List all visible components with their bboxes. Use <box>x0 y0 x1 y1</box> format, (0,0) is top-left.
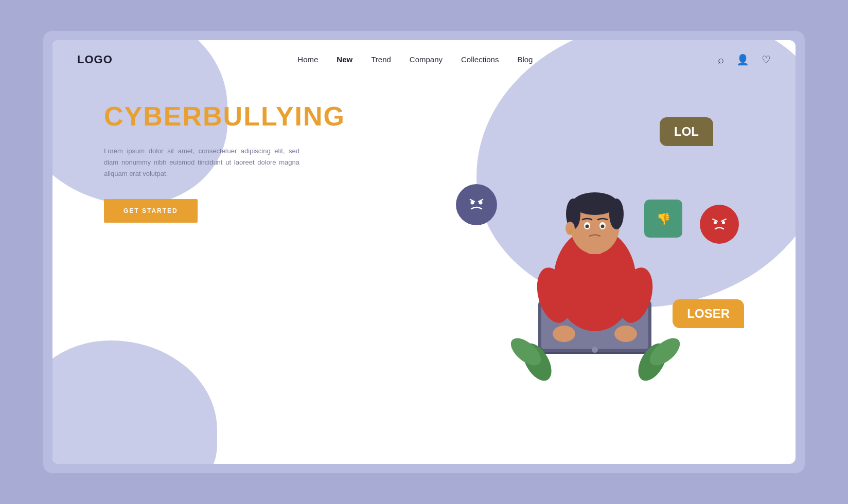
nav-link-blog[interactable]: Blog <box>517 55 533 64</box>
outer-frame: LOGO Home New Trend Company Collections <box>43 31 805 473</box>
svg-point-19 <box>553 326 575 342</box>
nav-link-company[interactable]: Company <box>410 55 443 64</box>
hero-title: CYBERBULLYING <box>104 102 361 131</box>
illustration-area: LOL LOSER 👎 <box>425 81 765 431</box>
svg-point-31 <box>569 230 572 233</box>
nav-item-collections[interactable]: Collections <box>461 55 499 64</box>
svg-point-20 <box>614 326 637 342</box>
hero-body-text: Lorem ipsum dolor sit amet, consectetuer… <box>104 146 299 179</box>
svg-point-15 <box>592 347 598 353</box>
get-started-button[interactable]: GET STARTED <box>104 199 198 223</box>
angry-face-icon <box>464 192 489 217</box>
cyberbullying-illustration <box>497 177 693 403</box>
svg-point-25 <box>609 199 624 229</box>
nav-links: Home New Trend Company Collections Blog <box>297 55 533 64</box>
svg-point-9 <box>722 221 725 224</box>
nav-item-new[interactable]: New <box>337 55 352 64</box>
heart-icon[interactable]: ♡ <box>762 53 771 66</box>
nav-item-blog[interactable]: Blog <box>517 55 533 64</box>
lol-bubble: LOL <box>660 117 713 146</box>
nav-link-trend[interactable]: Trend <box>371 55 391 64</box>
nav-link-new[interactable]: New <box>337 55 352 64</box>
nav-link-home[interactable]: Home <box>297 55 318 64</box>
angry-red-emoji <box>700 205 739 244</box>
nav-icons: ⌕ 👤 ♡ <box>718 53 771 66</box>
nav-item-trend[interactable]: Trend <box>371 55 391 64</box>
inner-card: LOGO Home New Trend Company Collections <box>52 40 796 464</box>
hero-content: CYBERBULLYING Lorem ipsum dolor sit amet… <box>104 102 361 223</box>
person-figure <box>497 177 693 405</box>
svg-point-8 <box>714 221 717 224</box>
angry-red-face-icon <box>707 212 732 237</box>
svg-point-29 <box>601 225 605 228</box>
nav-link-collections[interactable]: Collections <box>461 55 499 64</box>
search-icon[interactable]: ⌕ <box>718 54 724 66</box>
angry-blue-emoji <box>456 184 497 225</box>
blob-bottom-left <box>52 340 217 464</box>
svg-point-30 <box>566 222 575 235</box>
logo: LOGO <box>77 53 113 66</box>
svg-point-0 <box>465 193 488 216</box>
svg-point-28 <box>586 225 589 228</box>
navbar: LOGO Home New Trend Company Collections <box>52 40 796 79</box>
user-icon[interactable]: 👤 <box>736 53 749 66</box>
nav-item-company[interactable]: Company <box>410 55 443 64</box>
svg-point-7 <box>708 213 731 236</box>
nav-item-home[interactable]: Home <box>297 55 318 64</box>
